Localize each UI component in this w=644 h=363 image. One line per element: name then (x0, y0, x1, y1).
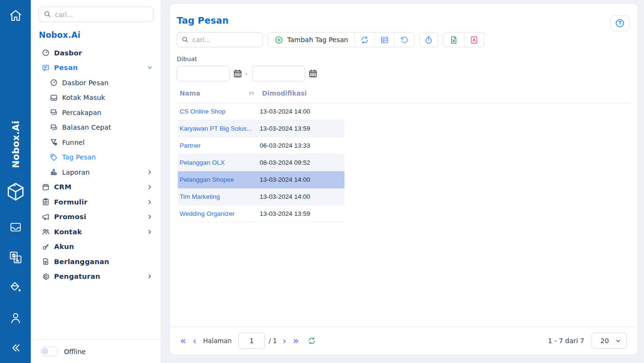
pagination-footer: « ‹ Halaman / 1 › » 1 - 7 dari 7 20 (170, 327, 637, 354)
chevron-right-icon (146, 213, 153, 220)
main-content: Tag Pesan Tambah Tag Pesan (161, 0, 644, 363)
sidebar-item-akun[interactable]: Akun (31, 239, 161, 255)
sidebar-brand: Nobox.Ai (39, 30, 161, 40)
tag-name-link[interactable]: Pelanggan Shopee (180, 176, 260, 183)
sidebar-item-dasbor[interactable]: Dasbor (31, 45, 161, 61)
table-row[interactable]: Partner 06-03-2024 13:33 (178, 137, 345, 154)
rail-brand-text: Nobox.Ai (0, 114, 31, 175)
sidebar-item-pengaturan[interactable]: Pengaturan (31, 269, 161, 284)
tag-name-link[interactable]: Karyawan PT Big Solus... (180, 125, 260, 132)
inbox-icon[interactable] (0, 221, 31, 234)
tag-name-link[interactable]: Tim Marketing (180, 193, 260, 200)
sidebar-item-dasbor-pesan[interactable]: Dasbor Pesan (31, 75, 161, 90)
reset-button[interactable] (394, 33, 414, 47)
sidebar-item-laporan[interactable]: Laporan (31, 165, 161, 180)
table-row[interactable]: Pelanggan OLX 08-03-2024 09:52 (178, 154, 345, 171)
funnel-icon (50, 138, 58, 146)
collapse-sidebar-icon[interactable] (0, 342, 31, 354)
calendar-box-icon (42, 183, 50, 191)
export-pdf-button[interactable] (464, 33, 484, 47)
reload-table-button[interactable] (308, 336, 316, 345)
table-icon (380, 35, 389, 44)
tag-name-link[interactable]: CS Online Shop (180, 108, 260, 115)
sidebar-item-promosi[interactable]: Promosi (31, 210, 161, 225)
next-page-button[interactable]: › (281, 336, 287, 345)
card-header: Tag Pesan (170, 4, 637, 26)
nobox-cube-icon[interactable] (0, 181, 31, 203)
sidebar-item-kotak-masuk[interactable]: Kotak Masuk (31, 90, 161, 106)
table-row-selected[interactable]: Pelanggan Shopee 13-03-2024 14:00 (178, 171, 345, 188)
sidebar-search-input[interactable] (38, 7, 154, 22)
calendar-icon[interactable] (233, 69, 243, 79)
export-group (443, 32, 485, 47)
question-circle-icon (615, 18, 625, 28)
key-icon (42, 243, 50, 251)
offline-toggle[interactable] (40, 346, 58, 356)
refresh-icon (360, 35, 369, 44)
column-header-dimodifikasi[interactable]: Dimodifikasi (259, 89, 307, 97)
table-row[interactable]: Karyawan PT Big Solus... 13-03-2024 13:5… (178, 120, 345, 137)
sidebar-item-percakapan[interactable]: Percakapan (31, 105, 161, 120)
chat-bubbles-icon (50, 124, 58, 132)
ink-drop-icon[interactable] (0, 280, 31, 294)
sidebar-item-balasan-cepat[interactable]: Balasan Cepat (31, 120, 161, 135)
sidebar-item-funnel[interactable]: Funnel (31, 135, 161, 150)
page-number-input[interactable] (238, 333, 265, 349)
sidebar-item-tag-pesan[interactable]: Tag Pesan (31, 150, 161, 165)
tag-icon (50, 153, 58, 161)
table-row[interactable]: Tim Marketing 13-03-2024 14:00 (178, 188, 345, 205)
first-page-button[interactable]: « (179, 336, 187, 346)
user-icon[interactable] (0, 311, 31, 325)
prev-page-button[interactable]: ‹ (192, 336, 198, 345)
filter-label: Dibuat (177, 55, 631, 62)
offline-label: Offline (64, 348, 86, 355)
page-title: Tag Pesan (177, 15, 631, 26)
table-row[interactable]: CS Online Shop 13-03-2024 14:00 (178, 103, 345, 120)
tag-name-link[interactable]: Pelanggan OLX (180, 159, 260, 166)
sidebar-item-crm[interactable]: CRM (31, 180, 161, 195)
sidebar-menu: Dasbor Pesan Dasbor Pesan Kotak Masuk Pe… (31, 45, 161, 284)
sort-icon[interactable] (248, 90, 255, 97)
help-button[interactable] (610, 15, 629, 31)
inbox-icon (50, 94, 58, 102)
table-body: CS Online Shop 13-03-2024 14:00 Karyawan… (178, 103, 345, 222)
chevron-down-icon (615, 338, 621, 344)
tag-name-link[interactable]: Wedding Organizer (180, 210, 260, 217)
columns-button[interactable] (374, 33, 394, 47)
refresh-button[interactable] (354, 33, 374, 47)
date-filter: - (177, 66, 631, 81)
sidebar-item-formulir[interactable]: Formulir (31, 195, 161, 210)
page-size-select[interactable]: 20 (591, 333, 627, 349)
sidebar-item-kontak[interactable]: Kontak (31, 224, 161, 239)
chevron-right-icon (146, 169, 153, 176)
add-tag-button[interactable]: Tambah Tag Pesan (268, 33, 354, 47)
modified-date: 13-03-2024 14:00 (260, 176, 310, 183)
date-end-input[interactable] (252, 66, 305, 81)
chevron-down-icon (146, 64, 153, 71)
calendar-icon[interactable] (308, 69, 318, 79)
table-search-input[interactable] (177, 32, 263, 47)
last-page-button[interactable]: » (292, 336, 300, 346)
chevron-right-icon (146, 273, 153, 280)
bar-chart-icon (50, 168, 58, 176)
timer-group (419, 32, 438, 47)
table-row[interactable]: Wedding Organizer 13-03-2024 13:59 (178, 205, 345, 222)
home-icon[interactable] (0, 9, 31, 23)
column-header-nama[interactable]: Nama (180, 89, 200, 97)
tag-name-link[interactable]: Partner (180, 142, 260, 149)
export-excel-button[interactable] (444, 33, 464, 47)
page-label: Halaman (203, 337, 231, 345)
modified-date: 13-03-2024 14:00 (260, 193, 310, 200)
sidebar-item-pesan[interactable]: Pesan (31, 61, 161, 76)
date-start-input[interactable] (177, 66, 230, 81)
stopwatch-button[interactable] (420, 33, 438, 47)
chat-bubbles-icon (50, 108, 58, 116)
document-icon (42, 257, 50, 266)
pdf-file-icon (470, 35, 479, 44)
chevron-right-icon (146, 184, 153, 190)
gauge-icon (42, 49, 50, 57)
gear-icon (42, 273, 50, 281)
sidebar-item-berlangganan[interactable]: Berlangganan (31, 254, 161, 269)
translate-icon[interactable] (0, 250, 31, 265)
stopwatch-icon (424, 35, 433, 44)
